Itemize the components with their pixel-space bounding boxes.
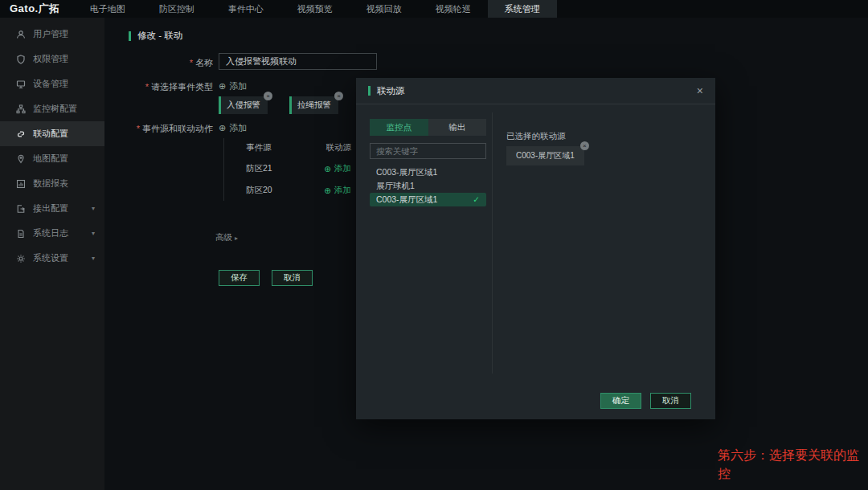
zone-cell: 防区21 [224,163,272,174]
advanced-label: 高级 [215,232,232,242]
required-asterisk: * [145,82,149,92]
nav-item-video-playback[interactable]: 视频回放 [350,0,419,18]
selected-sources-header: 已选择的联动源 [506,131,566,142]
nav-item-system-management[interactable]: 系统管理 [488,0,557,18]
name-field-label: *名称 [104,57,213,69]
row-add-button[interactable]: ⊕ 添加 [324,163,354,174]
sidebar-item-system-settings[interactable]: 系统设置 ▾ [0,246,104,271]
confirm-button[interactable]: 确定 [600,393,641,409]
table-header-row: 事件源 联动源 [224,138,354,157]
gear-icon [16,254,26,263]
circle-plus-icon: ⊕ [324,164,331,174]
sidebar-item-label: 数据报表 [33,178,68,190]
close-icon[interactable]: × [697,84,703,97]
sidebar-item-label: 用户管理 [33,28,68,40]
chevron-down-icon: ▾ [92,255,95,262]
source-action-label: *事件源和联动动作 [104,123,213,135]
modal-buttons: 确定 取消 [600,393,691,409]
page-title-text: 修改 - 联动 [137,30,182,42]
sidebar-item-system-log[interactable]: 系统日志 ▾ [0,221,104,246]
circle-plus-icon: ⊕ [219,81,226,92]
table-row: 防区20 ⊕ 添加 [224,179,354,201]
monitor-point-list: C003-展厅区域1 展厅球机1 C003-展厅区域1 ✓ [370,165,486,206]
table-row: 防区21 ⊕ 添加 [224,157,354,179]
sidebar-item-label: 监控树配置 [33,103,77,115]
remove-chip-icon[interactable]: × [580,141,589,150]
zone-cell: 防区20 [224,185,272,196]
add-label: 添加 [229,122,247,134]
app-logo: Gato.广拓 [0,0,73,18]
nav-item-electronic-map[interactable]: 电子地图 [73,0,142,18]
sidebar-item-data-report[interactable]: 数据报表 [0,171,104,196]
list-item[interactable]: 展厅球机1 [370,179,486,193]
row-add-button[interactable]: ⊕ 添加 [324,185,354,196]
check-icon: ✓ [473,193,480,206]
advanced-toggle[interactable]: 高级 ▸ [215,232,238,243]
save-button[interactable]: 保存 [219,270,260,286]
remove-tag-icon[interactable]: × [264,92,272,100]
cancel-button[interactable]: 取消 [272,270,313,286]
step-annotation: 第六步：选择要关联的监控 [718,446,864,483]
user-icon [16,30,26,39]
list-item-selected[interactable]: C003-展厅区域1 ✓ [370,193,486,206]
title-accent-bar [368,86,371,96]
modal-header: 联动源 × [356,78,715,104]
sidebar-item-output-config[interactable]: 接出配置 ▾ [0,196,104,221]
event-tag-intrusion: 入侵报警 × [219,96,268,114]
column-event-source: 事件源 [224,142,272,153]
sidebar-item-label: 系统日志 [33,227,68,239]
chevron-down-icon: ▾ [92,205,95,212]
linkage-source-modal: 联动源 × 监控点 输出 C003-展厅区域1 展厅球机1 C003-展厅区域1… [356,78,715,419]
page-title: 修改 - 联动 [129,30,182,42]
required-asterisk: * [137,124,140,133]
search-input[interactable] [370,143,486,159]
list-item[interactable]: C003-展厅区域1 [370,165,486,179]
remove-tag-icon[interactable]: × [334,92,343,100]
selected-source-chip: C003-展厅区域1 × [506,146,584,165]
nav-item-video-preview[interactable]: 视频预览 [280,0,350,18]
nav-item-zone-control[interactable]: 防区控制 [142,0,211,18]
sidebar-item-monitor-tree-config[interactable]: 监控树配置 [0,96,104,121]
sidebar: 用户管理 权限管理 设备管理 监控树配置 联动配置 地图配置 数据报表 接出配置… [0,18,104,490]
event-type-tags: 入侵报警 × 拉绳报警 × [219,96,338,114]
chip-label: C003-展厅区域1 [516,151,575,160]
add-label: 添加 [334,185,351,196]
add-source-button[interactable]: ⊕ 添加 [219,122,247,134]
add-event-type-button[interactable]: ⊕ 添加 [219,80,247,92]
add-label: 添加 [334,163,351,174]
export-icon [16,204,26,214]
sidebar-item-label: 设备管理 [33,78,68,90]
sidebar-item-label: 联动配置 [33,128,68,140]
sidebar-item-device-management[interactable]: 设备管理 [0,71,104,96]
modal-body: 监控点 输出 C003-展厅区域1 展厅球机1 C003-展厅区域1 ✓ 已选择… [356,104,715,419]
map-pin-icon [16,154,26,164]
log-icon [16,229,26,239]
event-tag-rope-pull: 拉绳报警 × [289,96,338,114]
device-icon [16,80,26,89]
sidebar-item-user-management[interactable]: 用户管理 [0,22,104,47]
list-item-label: C003-展厅区域1 [376,165,437,179]
nav-item-video-patrol[interactable]: 视频轮巡 [419,0,488,18]
sidebar-item-map-config[interactable]: 地图配置 [0,146,104,171]
sidebar-item-label: 权限管理 [33,53,68,65]
top-navigation: Gato.广拓 电子地图 防区控制 事件中心 视频预览 视频回放 视频轮巡 系统… [0,0,868,18]
circle-plus-icon: ⊕ [324,186,331,195]
nav-item-event-center[interactable]: 事件中心 [211,0,280,18]
tree-icon [16,104,26,114]
vertical-divider [492,112,493,374]
chevron-right-icon: ▸ [235,235,238,242]
modal-cancel-button[interactable]: 取消 [650,393,691,409]
tab-monitor-point[interactable]: 监控点 [370,119,428,136]
tag-label: 入侵报警 [227,100,260,109]
sidebar-item-permission-management[interactable]: 权限管理 [0,47,104,71]
tab-output[interactable]: 输出 [428,119,487,136]
event-type-label: *请选择事件类型 [104,81,213,93]
tag-label: 拉绳报警 [297,100,331,109]
sidebar-item-linkage-config[interactable]: 联动配置 [0,121,104,146]
sidebar-item-label: 地图配置 [33,153,68,165]
circle-plus-icon: ⊕ [219,123,226,133]
add-label: 添加 [229,80,247,92]
list-item-label: C003-展厅区域1 [376,193,437,206]
required-asterisk: * [190,58,193,67]
name-input[interactable] [219,53,377,70]
